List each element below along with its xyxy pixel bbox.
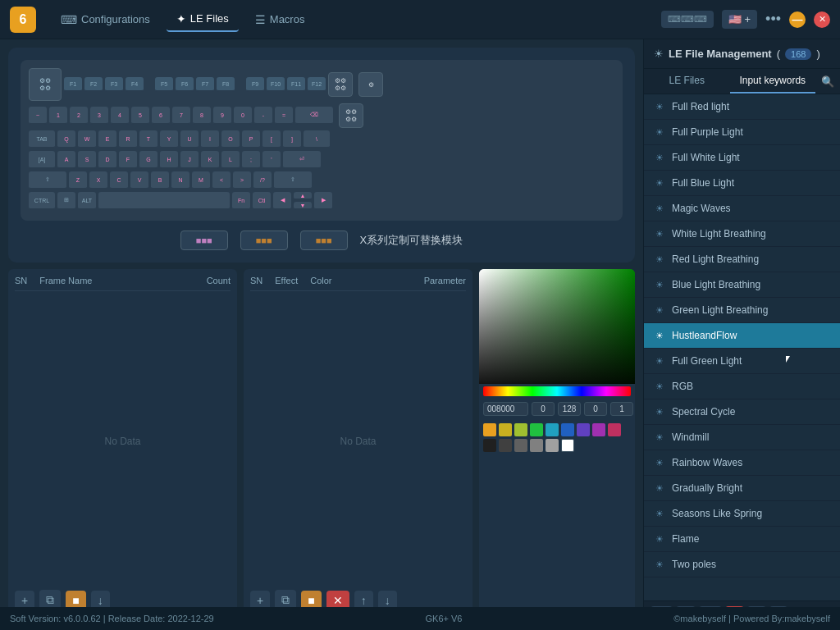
le-item-1[interactable]: ☀ Full Red light: [644, 94, 840, 120]
key-f7[interactable]: F7: [196, 77, 214, 92]
key-a[interactable]: A: [57, 151, 75, 169]
swatch-3[interactable]: [514, 423, 527, 436]
le-tab-files[interactable]: LE Files: [644, 69, 730, 94]
key-f1[interactable]: F1: [64, 77, 82, 92]
key-up[interactable]: ▲: [294, 192, 312, 200]
swatch-6[interactable]: [561, 423, 574, 436]
swatch-1[interactable]: [483, 423, 496, 436]
swatch-14[interactable]: [546, 439, 559, 452]
le-item-8[interactable]: ☀ Blue Light Breathing: [644, 272, 840, 298]
le-item-14[interactable]: ☀ Windmill: [644, 425, 840, 450]
corner-key-right-top[interactable]: ⚙⚙⚙⚙: [328, 72, 353, 97]
color-r-input[interactable]: [532, 402, 555, 416]
swatch-15[interactable]: [561, 439, 574, 452]
key-f3[interactable]: F3: [105, 77, 123, 92]
swatch-7[interactable]: [577, 423, 590, 436]
key-space[interactable]: [98, 192, 230, 210]
key-backspace[interactable]: ⌫: [295, 107, 333, 125]
swatch-8[interactable]: [592, 423, 605, 436]
le-item-7[interactable]: ☀ Red Light Breathing: [644, 247, 840, 272]
key-comma[interactable]: <: [212, 171, 231, 189]
rainbow-hue-bar[interactable]: [483, 386, 631, 396]
key-shift-left[interactable]: ⇧: [29, 171, 66, 189]
key-z[interactable]: Z: [69, 171, 87, 189]
key-r[interactable]: R: [119, 130, 137, 148]
close-button[interactable]: ✕: [814, 11, 830, 28]
key-4[interactable]: 4: [111, 107, 129, 125]
key-p[interactable]: P: [242, 130, 260, 148]
le-item-19[interactable]: ☀ Two poles: [644, 552, 840, 578]
key-ctrl-right[interactable]: Ctl: [253, 192, 271, 210]
swatch-2[interactable]: [499, 423, 512, 436]
key-0[interactable]: 0: [234, 107, 252, 125]
key-l[interactable]: L: [221, 151, 240, 169]
more-options-button[interactable]: •••: [765, 11, 781, 28]
le-item-15[interactable]: ☀ Rainbow Waves: [644, 450, 840, 476]
color-g-input[interactable]: [558, 402, 581, 416]
key-slash[interactable]: /?: [253, 171, 272, 189]
key-f5[interactable]: F5: [155, 77, 173, 92]
color-hex-input[interactable]: [483, 402, 528, 416]
minimize-button[interactable]: —: [789, 11, 806, 28]
le-item-11[interactable]: ☀ Full Green Light: [644, 349, 840, 374]
le-item-9[interactable]: ☀ Green Light Breathing: [644, 298, 840, 323]
color-gradient[interactable]: [479, 269, 635, 384]
key-ctrl[interactable]: CTRL: [29, 192, 55, 210]
swatch-13[interactable]: [530, 439, 543, 452]
color-b-input[interactable]: [584, 402, 607, 416]
key-1[interactable]: 1: [49, 107, 67, 125]
module-button-1[interactable]: ■■■: [180, 231, 228, 250]
key-7[interactable]: 7: [172, 107, 190, 125]
key-f11[interactable]: F11: [287, 77, 305, 92]
swatch-5[interactable]: [546, 423, 559, 436]
key-o[interactable]: O: [221, 130, 240, 148]
key-k[interactable]: K: [201, 151, 219, 169]
key-h[interactable]: H: [160, 151, 178, 169]
key-3[interactable]: 3: [90, 107, 108, 125]
key-e[interactable]: E: [98, 130, 116, 148]
key-left[interactable]: ◀: [273, 192, 291, 210]
nav-configurations[interactable]: ⌨ Configurations: [51, 8, 160, 31]
language-flag-button[interactable]: 🇺🇸 +: [722, 10, 758, 29]
key-f4[interactable]: F4: [126, 77, 144, 92]
key-equals[interactable]: =: [275, 107, 293, 125]
le-item-17[interactable]: ☀ Seasons Like Spring: [644, 501, 840, 527]
swatch-11[interactable]: [499, 439, 512, 452]
key-y[interactable]: Y: [160, 130, 178, 148]
key-tab[interactable]: TAB: [29, 130, 55, 148]
key-f10[interactable]: F10: [267, 77, 285, 92]
le-item-3[interactable]: ☀ Full White Light: [644, 145, 840, 171]
key-v[interactable]: V: [130, 171, 148, 189]
key-period[interactable]: >: [233, 171, 251, 189]
key-s[interactable]: S: [78, 151, 96, 169]
le-item-12[interactable]: ☀ RGB: [644, 374, 840, 399]
key-down[interactable]: ▼: [294, 202, 312, 210]
swatch-12[interactable]: [514, 439, 527, 452]
key-semicolon[interactable]: ;: [242, 151, 260, 169]
key-minus[interactable]: -: [254, 107, 272, 125]
corner-key-left[interactable]: ⚙⚙⚙⚙: [29, 68, 62, 101]
key-9[interactable]: 9: [213, 107, 231, 125]
nav-le-files[interactable]: ✦ LE Files: [167, 7, 239, 32]
corner-key-right-top2[interactable]: ⚙: [358, 72, 383, 97]
key-g[interactable]: G: [139, 151, 158, 169]
swatch-4[interactable]: [530, 423, 543, 436]
le-item-13[interactable]: ☀ Spectral Cycle: [644, 399, 840, 425]
key-i[interactable]: I: [201, 130, 219, 148]
key-shift-right[interactable]: ⇧: [274, 171, 312, 189]
key-caps[interactable]: [A]: [29, 151, 55, 169]
le-tab-keywords[interactable]: Input keywords: [730, 69, 816, 94]
module-button-3[interactable]: ■■■: [300, 231, 348, 250]
key-win[interactable]: ⊞: [57, 192, 75, 210]
key-f12[interactable]: F12: [308, 77, 326, 92]
key-w[interactable]: W: [78, 130, 96, 148]
module-button-2[interactable]: ■■■: [240, 231, 288, 250]
key-f[interactable]: F: [119, 151, 137, 169]
key-rbracket[interactable]: ]: [283, 130, 301, 148]
key-f8[interactable]: F8: [217, 77, 235, 92]
key-6[interactable]: 6: [152, 107, 170, 125]
key-f2[interactable]: F2: [84, 77, 103, 92]
key-m[interactable]: M: [192, 171, 210, 189]
key-n[interactable]: N: [171, 171, 189, 189]
le-item-4[interactable]: ☀ Full Blue Light: [644, 171, 840, 196]
